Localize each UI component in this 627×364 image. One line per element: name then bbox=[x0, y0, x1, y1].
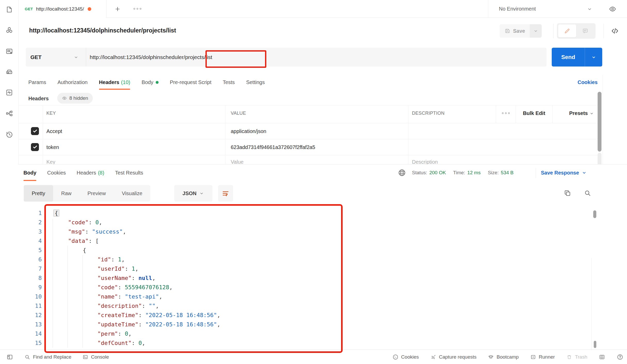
header-value-cell[interactable]: 623add7314f94661a372607f2ffaf2a5 bbox=[231, 144, 315, 151]
capture-requests-label: Capture requests bbox=[439, 354, 477, 360]
line-number: 7 bbox=[0, 264, 42, 274]
key-placeholder: Key bbox=[46, 158, 55, 164]
response-meta: Status: 200 OK Time: 12 ms Size: 534 B bbox=[412, 164, 514, 181]
sidebar-toggle-icon bbox=[6, 353, 13, 361]
help-button[interactable] bbox=[617, 354, 623, 360]
line-number: 10 bbox=[0, 292, 42, 301]
send-options-button[interactable] bbox=[585, 48, 602, 67]
url-input[interactable]: http://localhost:12345/dolphinscheduler/… bbox=[86, 54, 212, 60]
format-selector[interactable]: JSON bbox=[174, 185, 212, 202]
toolbar-divider bbox=[604, 24, 604, 38]
tab-settings[interactable]: Settings bbox=[246, 75, 265, 90]
header-row-placeholder[interactable]: Key Value Description bbox=[19, 155, 598, 164]
console-icon bbox=[82, 354, 88, 360]
tab-authorization[interactable]: Authorization bbox=[57, 75, 88, 90]
monitors-icon bbox=[5, 88, 13, 97]
sidebar-item-monitors[interactable] bbox=[5, 88, 13, 97]
tab-params[interactable]: Params bbox=[28, 75, 46, 90]
table-border bbox=[19, 139, 598, 139]
line-number: 6 bbox=[0, 255, 42, 264]
response-scrollbar-thumb[interactable] bbox=[593, 210, 596, 218]
new-tab-button[interactable] bbox=[113, 4, 122, 14]
column-header-description: DESCRIPTION bbox=[412, 109, 444, 117]
response-tab-test-results[interactable]: Test Results bbox=[115, 164, 143, 181]
size-value: 534 B bbox=[501, 170, 514, 176]
chevron-down-icon bbox=[587, 6, 592, 12]
search-response-button[interactable] bbox=[582, 187, 593, 199]
method-selector[interactable]: GET bbox=[26, 48, 86, 67]
table-more-actions-button[interactable] bbox=[500, 111, 512, 115]
sidebar-item-history[interactable] bbox=[5, 130, 13, 139]
save-button-group[interactable]: Save bbox=[500, 24, 542, 38]
column-header-key: KEY bbox=[46, 109, 56, 117]
sidebar-item-mock-servers[interactable] bbox=[5, 68, 13, 76]
toolbar-divider bbox=[553, 24, 554, 38]
copy-response-button[interactable] bbox=[562, 187, 573, 199]
bulk-edit-button[interactable]: Bulk Edit bbox=[516, 109, 552, 117]
network-info-button[interactable] bbox=[397, 168, 407, 178]
view-raw[interactable]: Raw bbox=[53, 185, 79, 202]
header-key-cell[interactable]: token bbox=[46, 144, 59, 151]
find-and-replace-button[interactable]: Find and Replace bbox=[24, 354, 71, 360]
save-options-button[interactable] bbox=[530, 24, 542, 38]
tab-label: Cookies bbox=[47, 170, 66, 176]
tab-options-button[interactable] bbox=[130, 7, 145, 11]
presets-button[interactable]: Presets bbox=[554, 109, 588, 117]
view-visualize[interactable]: Visualize bbox=[114, 185, 150, 202]
response-tab-headers[interactable]: Headers(8) bbox=[77, 164, 104, 181]
find-and-replace-label: Find and Replace bbox=[33, 354, 71, 360]
value-placeholder: Value bbox=[231, 158, 244, 164]
split-panel-button[interactable] bbox=[599, 354, 605, 360]
save-button[interactable]: Save bbox=[500, 24, 530, 38]
table-border bbox=[19, 123, 598, 123]
view-preview[interactable]: Preview bbox=[79, 185, 114, 202]
response-tab-cookies[interactable]: Cookies bbox=[47, 164, 66, 181]
code-snippet-button[interactable] bbox=[608, 25, 621, 37]
environment-chevron[interactable] bbox=[586, 6, 593, 12]
sidebar-toggle-button[interactable] bbox=[6, 353, 13, 361]
request-tab[interactable]: GET http://localhost:12345/ bbox=[19, 0, 106, 18]
comment-button[interactable] bbox=[576, 24, 594, 37]
sidebar-item-environments[interactable] bbox=[5, 47, 13, 55]
save-response-button[interactable]: Save Response bbox=[541, 164, 587, 181]
send-button[interactable]: Send bbox=[552, 48, 585, 67]
request-scrollbar-thumb[interactable] bbox=[598, 92, 601, 152]
environment-quick-look-button[interactable] bbox=[607, 4, 618, 14]
cookies-button[interactable]: Cookies bbox=[392, 354, 419, 360]
tab-tests[interactable]: Tests bbox=[223, 75, 235, 90]
sidebar-item-collections[interactable] bbox=[5, 5, 13, 14]
response-tab-body[interactable]: Body bbox=[23, 164, 36, 181]
row-enabled-checkbox[interactable] bbox=[31, 127, 39, 135]
request-title: http://localhost:12345/dolphinscheduler/… bbox=[29, 26, 176, 35]
row-enabled-checkbox[interactable] bbox=[31, 143, 39, 151]
edit-mode-button[interactable] bbox=[558, 24, 576, 37]
size-label: Size: bbox=[488, 170, 499, 176]
code-line: 12"createTime": "2022-05-18 16:48:56", bbox=[0, 311, 590, 320]
copy-icon bbox=[564, 189, 571, 197]
editor-scrollbar-thumb[interactable] bbox=[594, 341, 596, 348]
send-button-group[interactable]: Send bbox=[552, 48, 602, 67]
runner-button[interactable]: Runner bbox=[530, 354, 555, 360]
tab-label: Body bbox=[23, 170, 36, 176]
capture-requests-button[interactable]: Capture requests bbox=[430, 354, 477, 360]
tab-headers[interactable]: Headers(10) bbox=[99, 75, 130, 90]
tab-body[interactable]: Body bbox=[142, 75, 159, 90]
trash-label: Trash bbox=[575, 354, 587, 360]
presets-chevron[interactable] bbox=[589, 111, 595, 116]
bootcamp-button[interactable]: Bootcamp bbox=[488, 354, 519, 360]
header-value-cell[interactable]: application/json bbox=[231, 128, 266, 135]
sidebar-item-apis[interactable] bbox=[5, 26, 13, 35]
trash-button[interactable]: Trash bbox=[566, 354, 587, 360]
header-key-cell[interactable]: Accept bbox=[46, 128, 62, 135]
code-line: 10"name": "test-api", bbox=[0, 292, 590, 301]
view-pretty[interactable]: Pretty bbox=[24, 185, 53, 202]
tab-pre-request-script[interactable]: Pre-request Script bbox=[170, 75, 211, 90]
wrap-lines-button[interactable] bbox=[218, 185, 233, 202]
response-body-code[interactable]: 1{2"code": 0,3"msg": "success",4"data": … bbox=[0, 209, 590, 348]
sidebar-item-flows[interactable] bbox=[5, 109, 13, 118]
cookies-link[interactable]: Cookies bbox=[554, 75, 598, 90]
console-button[interactable]: Console bbox=[82, 354, 109, 360]
hidden-headers-toggle[interactable]: 8 hidden bbox=[57, 93, 93, 104]
line-number: 13 bbox=[0, 320, 42, 329]
environment-selector[interactable]: No Environment bbox=[499, 0, 536, 18]
